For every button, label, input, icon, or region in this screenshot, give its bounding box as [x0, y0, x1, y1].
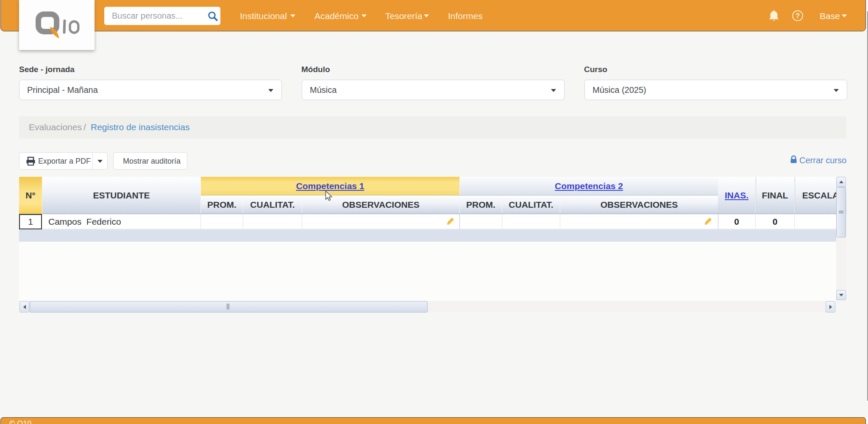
svg-text:?: ?: [796, 12, 800, 20]
